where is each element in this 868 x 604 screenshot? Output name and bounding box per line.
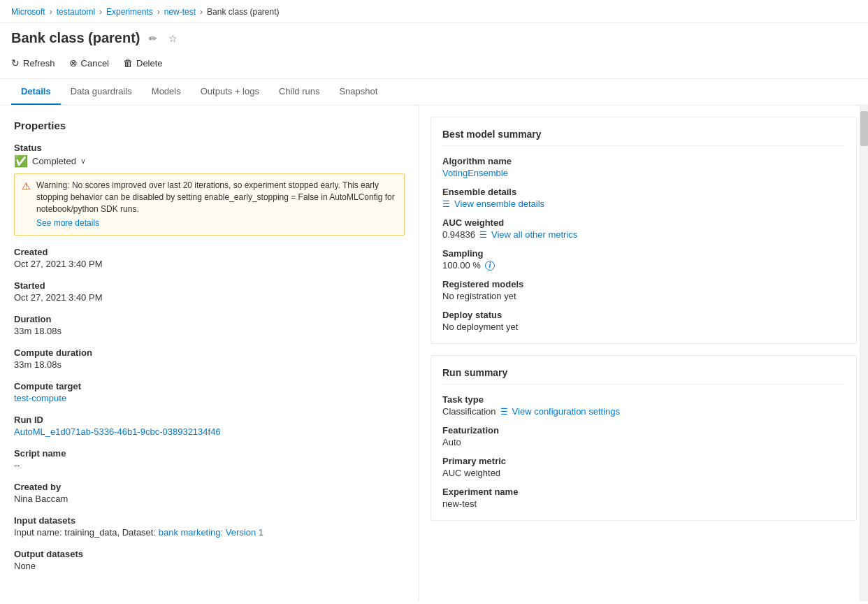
breadcrumb-current: Bank class (parent)	[207, 7, 279, 17]
created-by-label: Created by	[14, 482, 405, 492]
compute-target-value: test-compute	[14, 393, 405, 403]
delete-button[interactable]: 🗑 Delete	[123, 55, 163, 71]
primary-metric-value: AUC weighted	[442, 468, 845, 478]
created-group: Created Oct 27, 2021 3:40 PM	[14, 247, 405, 269]
task-type-value: Classification ☰ View configuration sett…	[442, 406, 845, 417]
algorithm-name-label: Algorithm name	[442, 156, 845, 166]
task-type-label: Task type	[442, 394, 845, 405]
algorithm-name-value: VotingEnsemble	[442, 168, 845, 178]
main-content: Properties Status ✅ Completed ∨ ⚠ Warnin…	[0, 106, 868, 601]
status-label: Status	[14, 143, 405, 153]
view-all-metrics-link[interactable]: View all other metrics	[491, 229, 577, 240]
sampling-info-icon[interactable]: i	[485, 261, 495, 271]
warning-content: Warning: No scores improved over last 20…	[36, 180, 397, 229]
featurization-value: Auto	[442, 437, 845, 447]
breadcrumb-microsoft[interactable]: Microsoft	[11, 7, 45, 17]
experiment-name-label: Experiment name	[442, 487, 845, 497]
delete-icon: 🗑	[123, 57, 133, 69]
tab-child-runs[interactable]: Child runs	[269, 79, 330, 105]
auc-weighted-label: AUC weighted	[442, 217, 845, 228]
primary-metric-row: Primary metric AUC weighted	[442, 456, 845, 478]
started-group: Started Oct 27, 2021 3:40 PM	[14, 280, 405, 303]
breadcrumb-experiments[interactable]: Experiments	[106, 7, 153, 17]
run-id-value: AutoML_e1d071ab-5336-46b1-9cbc-038932134…	[14, 426, 405, 437]
sampling-label: Sampling	[442, 248, 845, 259]
tabs-bar: Details Data guardrails Models Outputs +…	[0, 79, 868, 106]
duration-group: Duration 33m 18.08s	[14, 314, 405, 336]
sampling-number: 100.00 %	[442, 260, 481, 271]
status-value: Completed	[32, 156, 76, 166]
primary-metric-label: Primary metric	[442, 456, 845, 466]
ensemble-details-row: Ensemble details ☰ View ensemble details	[442, 187, 845, 209]
input-datasets-link[interactable]: bank marketing: Version 1	[159, 527, 263, 538]
deploy-status-value: No deployment yet	[442, 322, 845, 332]
started-value: Oct 27, 2021 3:40 PM	[14, 292, 405, 303]
refresh-icon: ↻	[11, 57, 20, 69]
algorithm-name-link[interactable]: VotingEnsemble	[442, 168, 508, 178]
deploy-status-label: Deploy status	[442, 310, 845, 320]
featurization-row: Featurization Auto	[442, 425, 845, 447]
run-id-link[interactable]: AutoML_e1d071ab-5336-46b1-9cbc-038932134…	[14, 426, 221, 437]
output-datasets-label: Output datasets	[14, 549, 405, 559]
compute-duration-value: 33m 18.08s	[14, 359, 405, 370]
script-name-value: --	[14, 460, 405, 470]
run-summary-card: Run summary Task type Classification ☰ V…	[431, 355, 857, 521]
right-panel: Best model summary Algorithm name Voting…	[419, 106, 868, 601]
deploy-status-row: Deploy status No deployment yet	[442, 310, 845, 332]
toolbar: ↻ Refresh ⊗ Cancel 🗑 Delete	[0, 50, 868, 79]
breadcrumb-new-test[interactable]: new-test	[164, 7, 196, 17]
registered-models-row: Registered models No registration yet	[442, 279, 845, 301]
algorithm-name-row: Algorithm name VotingEnsemble	[442, 156, 845, 178]
page-title: Bank class (parent)	[11, 30, 140, 46]
output-datasets-value: None	[14, 561, 405, 571]
tab-snapshot[interactable]: Snapshot	[329, 79, 387, 105]
config-list-icon: ☰	[500, 407, 508, 417]
auc-number: 0.94836	[442, 229, 475, 240]
warning-text: Warning: No scores improved over last 20…	[36, 180, 395, 214]
run-id-group: Run ID AutoML_e1d071ab-5336-46b1-9cbc-03…	[14, 415, 405, 437]
cancel-label: Cancel	[81, 58, 109, 69]
output-datasets-group: Output datasets None	[14, 549, 405, 571]
run-summary-title: Run summary	[442, 367, 845, 384]
delete-label: Delete	[136, 58, 163, 69]
tab-models[interactable]: Models	[142, 79, 191, 105]
cancel-button[interactable]: ⊗ Cancel	[69, 55, 109, 71]
created-value: Oct 27, 2021 3:40 PM	[14, 259, 405, 269]
best-model-card: Best model summary Algorithm name Voting…	[431, 117, 857, 344]
sampling-value: 100.00 % i	[442, 260, 845, 271]
script-name-group: Script name --	[14, 448, 405, 470]
view-config-link[interactable]: View configuration settings	[512, 406, 620, 417]
auc-weighted-value: 0.94836 ☰ View all other metrics	[442, 229, 845, 240]
script-name-label: Script name	[14, 448, 405, 459]
task-type-row: Task type Classification ☰ View configur…	[442, 394, 845, 417]
breadcrumb-testautoml[interactable]: testautoml	[57, 7, 95, 17]
edit-button[interactable]: ✏	[146, 31, 160, 45]
status-group: Status ✅ Completed ∨ ⚠ Warning: No score…	[14, 143, 405, 236]
compute-duration-label: Compute duration	[14, 347, 405, 358]
cancel-icon: ⊗	[69, 57, 78, 69]
created-label: Created	[14, 247, 405, 257]
started-label: Started	[14, 280, 405, 291]
ensemble-details-value: ☰ View ensemble details	[442, 199, 845, 209]
compute-target-link[interactable]: test-compute	[14, 393, 66, 403]
input-datasets-value: Input name: training_data, Dataset: bank…	[14, 527, 405, 538]
ensemble-details-link[interactable]: View ensemble details	[454, 199, 544, 209]
warning-icon: ⚠	[22, 180, 31, 229]
see-more-link[interactable]: See more details	[36, 217, 397, 229]
ensemble-details-label: Ensemble details	[442, 187, 845, 197]
tab-data-guardrails[interactable]: Data guardrails	[61, 79, 142, 105]
page-header: Bank class (parent) ✏ ☆	[0, 23, 868, 50]
properties-panel: Properties Status ✅ Completed ∨ ⚠ Warnin…	[0, 106, 419, 601]
registered-models-value: No registration yet	[442, 291, 845, 301]
compute-duration-group: Compute duration 33m 18.08s	[14, 347, 405, 370]
tab-outputs-logs[interactable]: Outputs + logs	[191, 79, 269, 105]
duration-label: Duration	[14, 314, 405, 324]
status-dropdown-button[interactable]: ∨	[80, 157, 86, 166]
refresh-button[interactable]: ↻ Refresh	[11, 55, 55, 71]
experiment-name-row: Experiment name new-test	[442, 487, 845, 509]
compute-target-label: Compute target	[14, 381, 405, 391]
favorite-button[interactable]: ☆	[166, 31, 180, 45]
created-by-value: Nina Baccam	[14, 494, 405, 504]
tab-details[interactable]: Details	[11, 79, 61, 105]
scrollbar-thumb[interactable]	[860, 111, 868, 146]
